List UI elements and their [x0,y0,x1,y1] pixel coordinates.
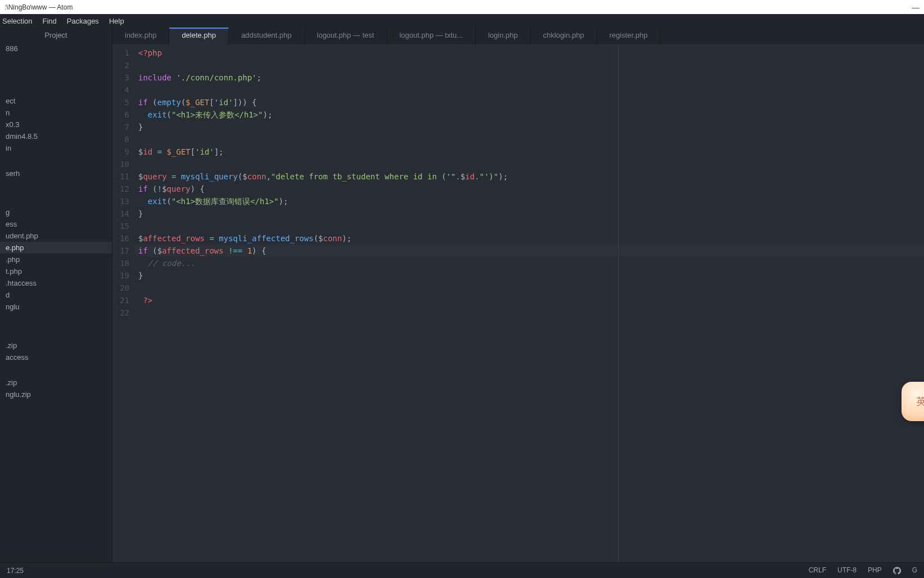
menu-find[interactable]: Find [42,17,56,25]
cursor-position[interactable]: 17:25 [7,567,24,575]
line-number: 5 [112,96,129,109]
tree-item[interactable] [0,179,112,193]
line-number: 16 [112,232,129,245]
code-line[interactable] [135,306,924,319]
line-number: 12 [112,183,129,195]
line-number: 14 [112,207,129,220]
line-number: 13 [112,195,129,207]
code-line[interactable] [135,84,924,96]
line-number: 20 [112,282,129,294]
line-number: 22 [112,306,129,319]
code-line[interactable]: // code... [135,257,924,269]
code-line[interactable]: if (!$query) { [135,183,924,195]
tab[interactable]: delete.php [169,28,229,44]
file-tree[interactable]: 886ectnx0.3dmin4.8.5inserhgessudent.phpe… [0,43,112,562]
code-line[interactable]: <?php [135,47,924,59]
tree-item[interactable] [0,154,112,168]
tree-item[interactable]: g [0,206,112,218]
tree-item[interactable]: .php [0,254,112,265]
code-line[interactable]: } [135,269,924,282]
code-line[interactable]: exit("<h1>未传入参数</h1>"); [135,109,924,121]
status-bar: 17:25 CRLF UTF-8 PHP G [0,562,924,578]
tree-item[interactable]: n [0,107,112,119]
tree-item[interactable]: .htaccess [0,277,112,289]
editor-area: index.phpdelete.phpaddstudent.phplogout.… [112,28,924,562]
code-line[interactable]: $id = $_GET['id']; [135,146,924,158]
status-right: CRLF UTF-8 PHP G [809,566,917,575]
tab[interactable]: login.php [475,28,531,44]
tree-item[interactable]: d [0,289,112,301]
code-line[interactable]: exit("<h1>数据库查询错误</h1>"); [135,195,924,207]
tree-item[interactable]: access [0,351,112,363]
code-line[interactable]: include './conn/conn.php'; [135,71,924,84]
github-icon[interactable] [893,566,901,575]
line-number: 1 [112,47,129,59]
minimize-icon[interactable]: — [912,3,920,12]
tree-item[interactable]: 886 [0,43,112,55]
code-line[interactable]: } [135,121,924,133]
tab[interactable]: chklogin.php [531,28,597,44]
menu-help[interactable]: Help [109,17,124,25]
tab[interactable]: register.php [597,28,660,44]
code-area[interactable]: <?phpinclude './conn/conn.php';if (empty… [135,44,924,562]
tree-item[interactable]: ess [0,218,112,230]
code-line[interactable]: $affected_rows = mysqli_affected_rows($c… [135,232,924,245]
code-line[interactable] [135,282,924,294]
code-line[interactable]: if ($affected_rows !== 1) { [135,245,924,257]
code-line[interactable]: $query = mysqli_query($conn,"delete from… [135,170,924,183]
tree-item[interactable]: udent.php [0,230,112,242]
tree-item[interactable]: nglu.zip [0,389,112,400]
code-line[interactable] [135,59,924,71]
sidebar-header: Project [0,28,112,43]
tree-item[interactable] [0,313,112,326]
code-line[interactable]: ?> [135,294,924,306]
tab-bar: index.phpdelete.phpaddstudent.phplogout.… [112,28,924,44]
tree-item[interactable]: .zip [0,377,112,389]
ime-floating-widget[interactable]: 英 [902,382,924,421]
tree-item[interactable]: .zip [0,340,112,351]
code-line[interactable]: if (empty($_GET['id'])) { [135,96,924,109]
tree-item[interactable]: e.php [0,242,112,254]
tree-item[interactable] [0,326,112,340]
tree-item[interactable] [0,363,112,377]
tree-item[interactable] [0,82,112,95]
line-ending[interactable]: CRLF [809,566,826,574]
window-controls: — [912,3,920,12]
tree-item[interactable]: dmin4.8.5 [0,130,112,142]
line-number: 9 [112,146,129,158]
wrap-guide [618,44,619,562]
line-number: 3 [112,71,129,84]
line-number: 19 [112,269,129,282]
tree-item[interactable] [0,68,112,82]
line-number: 2 [112,59,129,71]
code-line[interactable] [135,133,924,146]
code-line[interactable] [135,158,924,170]
tree-item[interactable] [0,193,112,206]
gutter: 12345678910111213141516171819202122 [112,44,135,562]
code-line[interactable]: } [135,207,924,220]
line-number: 8 [112,133,129,146]
main-area: Project 886ectnx0.3dmin4.8.5inserhgessud… [0,28,924,562]
tree-item[interactable] [0,55,112,68]
line-number: 11 [112,170,129,183]
tab[interactable]: addstudent.php [229,28,305,44]
tree-item[interactable]: nglu [0,301,112,313]
tab[interactable]: logout.php — txtu... [387,28,476,44]
line-number: 21 [112,294,129,306]
encoding[interactable]: UTF-8 [837,566,857,574]
editor-body[interactable]: 12345678910111213141516171819202122 <?ph… [112,44,924,562]
tree-item[interactable]: serh [0,168,112,179]
menu-selection[interactable]: Selection [2,17,32,25]
line-number: 15 [112,220,129,232]
grammar[interactable]: PHP [868,566,882,574]
tab[interactable]: index.php [112,28,169,44]
git-label[interactable]: G [912,566,917,574]
line-number: 18 [112,257,129,269]
tab[interactable]: logout.php — test [305,28,387,44]
tree-item[interactable]: ect [0,95,112,107]
code-line[interactable] [135,220,924,232]
tree-item[interactable]: in [0,142,112,154]
tree-item[interactable]: t.php [0,265,112,277]
menu-packages[interactable]: Packages [67,17,99,25]
tree-item[interactable]: x0.3 [0,119,112,130]
